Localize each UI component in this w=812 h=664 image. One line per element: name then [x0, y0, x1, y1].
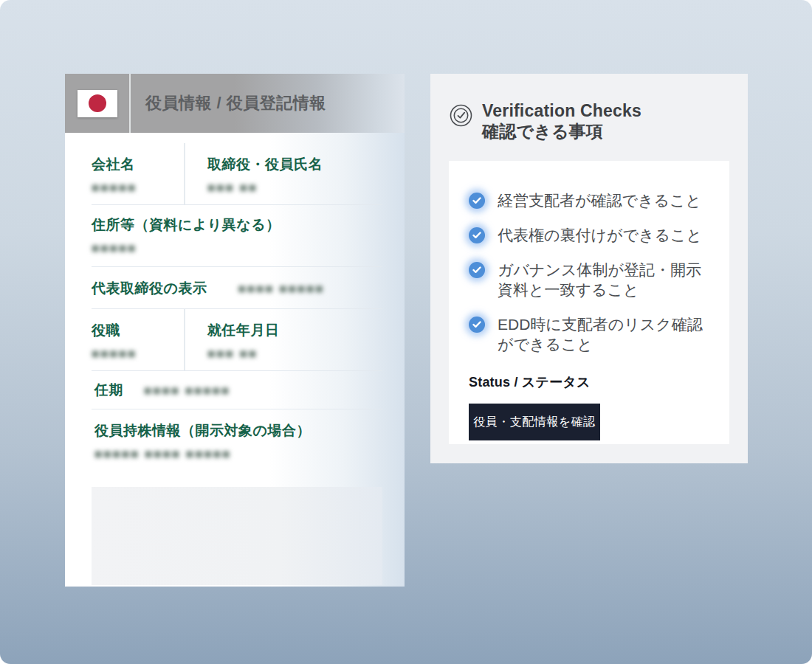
check-circle-icon — [469, 193, 485, 209]
check-item-label: 代表権の裏付けができること — [498, 225, 702, 245]
check-item: ガバナンス体制が登記・開示資料と一致すること — [469, 260, 710, 300]
field-label: 役職 — [92, 321, 184, 340]
field-company-name: 会社名 ■■■■■ — [92, 143, 185, 204]
redacted-value: ■■■■■ ■■■■ ■■■■■ — [94, 447, 382, 462]
check-circle-icon — [469, 262, 485, 278]
field-position: 役職 ■■■■■ — [92, 309, 185, 370]
flag-cell — [65, 74, 131, 133]
verification-title-en: Verification Checks — [482, 100, 641, 121]
field-label: 代表取締役の表示 — [92, 279, 207, 298]
table-row: 役職 ■■■■■ 就任年月日 ■■■ ■■ — [92, 309, 382, 371]
verification-title: Verification Checks 確認できる事項 — [482, 100, 641, 142]
verification-header: Verification Checks 確認できる事項 — [430, 74, 748, 142]
check-item-label: 経営支配者が確認できること — [498, 190, 701, 210]
redacted-value: ■■■ ■■ — [207, 181, 323, 196]
field-shareholding-info: 役員持株情報（開示対象の場合） ■■■■■ ■■■■ ■■■■■ — [92, 409, 382, 462]
field-representative-director: 代表取締役の表示 ■■■■ ■■■■■ — [92, 267, 382, 309]
field-appointment-date: 就任年月日 ■■■ ■■ — [185, 309, 280, 370]
check-list: 経営支配者が確認できること 代表権の裏付けができること ガバナンス体制が登記・開… — [469, 190, 710, 354]
officer-card-title: 役員情報 / 役員登記情報 — [131, 74, 326, 133]
officer-field-table: 会社名 ■■■■■ 取締役・役員氏名 ■■■ ■■ 住所等（資料により異なる） … — [65, 133, 405, 462]
officer-info-card: 役員情報 / 役員登記情報 会社名 ■■■■■ 取締役・役員氏名 ■■■ ■■ … — [65, 74, 405, 587]
field-address: 住所等（資料により異なる） ■■■■■ — [92, 205, 382, 267]
field-label: 任期 — [94, 381, 123, 400]
verified-target-icon — [450, 104, 472, 142]
check-item: 代表権の裏付けができること — [469, 225, 710, 245]
verification-checks-panel: Verification Checks 確認できる事項 経営支配者が確認できるこ… — [430, 74, 748, 463]
check-circle-icon — [469, 317, 485, 333]
redacted-value: ■■■ ■■ — [207, 347, 280, 362]
confirm-officer-info-button[interactable]: 役員・支配情報を確認 — [469, 404, 600, 440]
check-item: 経営支配者が確認できること — [469, 190, 710, 210]
redacted-content-block — [92, 487, 382, 585]
check-circle-icon — [469, 227, 485, 243]
redacted-value: ■■■■■ — [92, 241, 382, 256]
redacted-value: ■■■■ ■■■■■ — [144, 384, 230, 398]
field-label: 就任年月日 — [207, 321, 280, 340]
field-label: 役員持株情報（開示対象の場合） — [94, 421, 382, 440]
check-item-label: EDD時に支配者のリスク確認ができること — [498, 314, 710, 354]
table-row: 会社名 ■■■■■ 取締役・役員氏名 ■■■ ■■ — [92, 143, 382, 205]
field-term: 任期 ■■■■ ■■■■■ — [92, 371, 382, 409]
field-label: 取締役・役員氏名 — [207, 155, 323, 174]
field-label: 会社名 — [92, 155, 184, 174]
verification-checklist-card: 経営支配者が確認できること 代表権の裏付けができること ガバナンス体制が登記・開… — [449, 161, 729, 444]
officer-card-header: 役員情報 / 役員登記情報 — [65, 74, 405, 133]
check-item: EDD時に支配者のリスク確認ができること — [469, 314, 710, 354]
status-label: Status / ステータス — [469, 373, 710, 391]
japan-flag-icon — [78, 90, 117, 117]
field-label: 住所等（資料により異なる） — [92, 215, 382, 235]
redacted-value: ■■■■ ■■■■■ — [238, 282, 324, 297]
check-item-label: ガバナンス体制が登記・開示資料と一致すること — [498, 260, 710, 300]
verification-title-ja: 確認できる事項 — [482, 121, 641, 142]
page-background: 役員情報 / 役員登記情報 会社名 ■■■■■ 取締役・役員氏名 ■■■ ■■ … — [0, 0, 812, 664]
field-director-name: 取締役・役員氏名 ■■■ ■■ — [185, 143, 323, 204]
redacted-value: ■■■■■ — [92, 347, 184, 362]
redacted-value: ■■■■■ — [92, 181, 184, 196]
